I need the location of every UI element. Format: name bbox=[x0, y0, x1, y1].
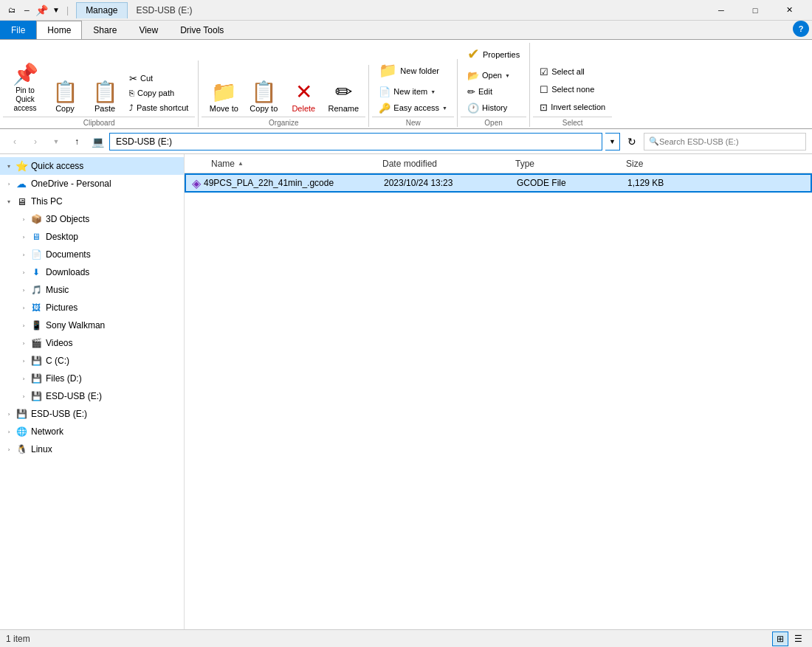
sidebar-item-3d-objects[interactable]: › 📦 3D Objects bbox=[0, 210, 184, 228]
help-button[interactable]: ? bbox=[793, 21, 809, 37]
move-to-icon: 📁 bbox=[211, 82, 237, 103]
organize-content: 📁 Move to 📋 Copy to ✕ Delete ✏ Rename bbox=[202, 65, 365, 115]
search-box[interactable]: 🔍 bbox=[644, 133, 806, 150]
select-label: Select bbox=[533, 117, 612, 127]
paste-button[interactable]: 📋 Paste bbox=[86, 65, 124, 115]
documents-label: Documents bbox=[46, 249, 91, 260]
onedrive-icon: ☁ bbox=[15, 177, 28, 190]
minimize-button[interactable]: ─ bbox=[704, 0, 738, 21]
recent-button[interactable]: ▼ bbox=[47, 133, 65, 150]
sidebar-item-desktop[interactable]: › 🖥 Desktop bbox=[0, 228, 184, 246]
sidebar-item-documents[interactable]: › 📄 Documents bbox=[0, 246, 184, 263]
col-name-header[interactable]: Name ▲ bbox=[185, 154, 376, 173]
d-drive-icon: 💾 bbox=[30, 372, 43, 385]
sidebar-item-sony-walkman[interactable]: › 📱 Sony Walkman bbox=[0, 316, 184, 334]
sidebar-item-esd-usb[interactable]: › 💾 ESD-USB (E:) bbox=[0, 387, 184, 405]
sidebar-item-linux[interactable]: › 🐧 Linux bbox=[0, 440, 184, 458]
new-folder-button[interactable]: 📁 New folder bbox=[372, 59, 446, 83]
easy-access-button[interactable]: 🔑 Easy access ▼ bbox=[372, 100, 454, 115]
esd-usb2-icon: 💾 bbox=[15, 407, 28, 421]
address-path[interactable]: ESD-USB (E:) bbox=[109, 133, 602, 150]
edit-button[interactable]: ✏ Edit bbox=[461, 84, 499, 99]
expand-icon: › bbox=[3, 443, 15, 455]
pin-icon[interactable]: 📌 bbox=[35, 4, 47, 16]
easy-access-dropdown-icon: ▼ bbox=[442, 105, 447, 111]
esd-usb-label: ESD-USB (E:) bbox=[46, 391, 102, 401]
sidebar-item-esd-usb2[interactable]: › 💾 ESD-USB (E:) bbox=[0, 405, 184, 423]
close-button[interactable]: ✕ bbox=[772, 0, 806, 21]
sidebar-item-videos[interactable]: › 🎬 Videos bbox=[0, 334, 184, 352]
up-button[interactable]: ↑ bbox=[68, 133, 86, 150]
select-all-button[interactable]: ☑ Select all bbox=[533, 63, 591, 80]
sidebar-item-onedrive[interactable]: › ☁ OneDrive - Personal bbox=[0, 175, 184, 193]
address-dropdown[interactable]: ▼ bbox=[605, 133, 620, 150]
tab-home[interactable]: Home bbox=[36, 21, 82, 39]
sony-walkman-icon: 📱 bbox=[30, 319, 43, 332]
open-button[interactable]: 📂 Open ▼ bbox=[461, 68, 517, 83]
3d-objects-icon: 📦 bbox=[30, 212, 43, 226]
sidebar: ▾ ⭐ Quick access › ☁ OneDrive - Personal… bbox=[0, 154, 185, 629]
history-button[interactable]: 🕐 History bbox=[461, 100, 514, 115]
linux-icon: 🐧 bbox=[15, 443, 28, 456]
tab-share[interactable]: Share bbox=[82, 21, 128, 39]
expand-icon: › bbox=[18, 231, 30, 243]
copy-to-label: Copy to bbox=[250, 104, 278, 113]
properties-button[interactable]: ✔ Properties bbox=[461, 43, 526, 66]
documents-icon: 📄 bbox=[30, 248, 43, 261]
col-size-header[interactable]: Size bbox=[620, 154, 694, 173]
refresh-button[interactable]: ↻ bbox=[623, 133, 641, 150]
forward-button[interactable]: › bbox=[27, 133, 44, 150]
window-controls: ─ □ ✕ bbox=[704, 0, 806, 21]
select-none-button[interactable]: ☐ Select none bbox=[533, 81, 601, 97]
maximize-button[interactable]: □ bbox=[738, 0, 772, 21]
sidebar-item-this-pc[interactable]: ▾ 🖥 This PC bbox=[0, 193, 184, 210]
pictures-label: Pictures bbox=[46, 302, 78, 313]
c-drive-label: C (C:) bbox=[46, 356, 69, 366]
back-button[interactable]: ‹ bbox=[6, 133, 24, 150]
onedrive-label: OneDrive - Personal bbox=[31, 179, 111, 189]
pin-icon: 📌 bbox=[13, 64, 38, 85]
delete-button[interactable]: ✕ Delete bbox=[284, 65, 323, 115]
copy-to-button[interactable]: 📋 Copy to bbox=[244, 65, 283, 115]
cut-button[interactable]: ✂ Cut bbox=[125, 71, 192, 86]
select-all-label: Select all bbox=[551, 67, 585, 76]
tab-drive-tools[interactable]: Drive Tools bbox=[169, 21, 235, 39]
this-pc-label: This PC bbox=[31, 196, 63, 207]
file-list-header: Name ▲ Date modified Type Size bbox=[185, 154, 812, 173]
pin-quick-access-button[interactable]: 📌 Pin to Quick access bbox=[6, 60, 44, 115]
sidebar-item-network[interactable]: › 🌐 Network bbox=[0, 423, 184, 440]
expand-icon: › bbox=[18, 373, 30, 384]
sidebar-item-quick-access[interactable]: ▾ ⭐ Quick access bbox=[0, 157, 184, 175]
sidebar-item-d-drive[interactable]: › 💾 Files (D:) bbox=[0, 370, 184, 387]
copy-path-button[interactable]: ⎘ Copy path bbox=[125, 86, 192, 100]
select-all-icon: ☑ bbox=[540, 66, 548, 77]
easy-access-label: Easy access bbox=[393, 103, 439, 112]
col-type-header[interactable]: Type bbox=[509, 154, 620, 173]
sidebar-item-pictures[interactable]: › 🖼 Pictures bbox=[0, 299, 184, 316]
file-row[interactable]: ◈ 49PCS_PLA_22h_41min_.gcode 2023/10/24 … bbox=[185, 173, 812, 193]
move-to-button[interactable]: 📁 Move to bbox=[204, 65, 243, 115]
copy-label: Copy bbox=[55, 104, 75, 113]
paste-shortcut-button[interactable]: ⤴ Paste shortcut bbox=[125, 100, 192, 115]
sidebar-item-music[interactable]: › 🎵 Music bbox=[0, 281, 184, 299]
rename-button[interactable]: ✏ Rename bbox=[324, 65, 362, 115]
expand-icon: › bbox=[18, 284, 30, 296]
invert-selection-button[interactable]: ⊡ Invert selection bbox=[533, 99, 612, 115]
view-list-button[interactable]: ☰ bbox=[790, 632, 806, 646]
copy-button[interactable]: 📋 Copy bbox=[46, 65, 84, 115]
manage-tab-title[interactable]: Manage bbox=[76, 2, 127, 18]
invert-selection-label: Invert selection bbox=[551, 103, 605, 111]
col-date-header[interactable]: Date modified bbox=[376, 154, 509, 173]
sidebar-item-downloads[interactable]: › ⬇ Downloads bbox=[0, 263, 184, 281]
tab-file[interactable]: File bbox=[0, 21, 36, 39]
quick-access-icon[interactable]: − bbox=[21, 4, 32, 16]
linux-label: Linux bbox=[31, 444, 52, 454]
sidebar-item-c-drive[interactable]: › 💾 C (C:) bbox=[0, 352, 184, 370]
cut-label: Cut bbox=[140, 74, 153, 83]
new-item-button[interactable]: 📄 New item ▼ bbox=[372, 84, 442, 99]
search-input[interactable] bbox=[659, 137, 801, 146]
cut-icon: ✂ bbox=[129, 73, 137, 84]
view-large-icons-button[interactable]: ⊞ bbox=[772, 632, 788, 646]
dropdown-icon[interactable]: ▼ bbox=[50, 4, 62, 16]
tab-view[interactable]: View bbox=[128, 21, 169, 39]
